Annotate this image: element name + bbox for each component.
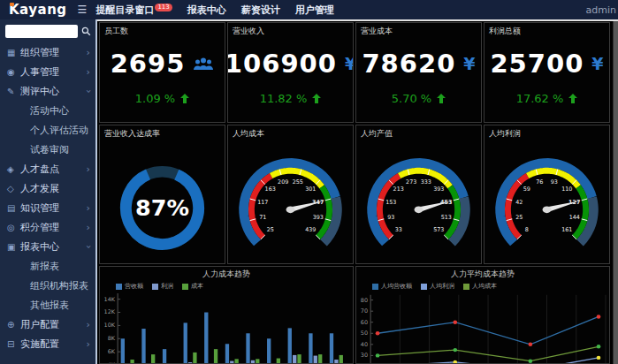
sidebar-item-talent-development[interactable]: ◇人才发展	[0, 178, 95, 198]
kpi-change: 11.82 %	[260, 92, 308, 105]
sidebar-item-points[interactable]: ◎积分管理›	[0, 217, 95, 237]
username[interactable]: admin	[586, 4, 616, 16]
dashboard-grid: 员工数 2695 1.09 % 营业收入 106900	[99, 22, 610, 364]
dashboard-content: 员工数 2695 1.09 % 营业收入 106900	[97, 19, 618, 364]
sidebar-item-other-reports[interactable]: 其他报表	[0, 295, 95, 315]
sidebar-item-exam-review[interactable]: 试卷审阅	[0, 140, 95, 159]
chevron-right-icon: ›	[87, 47, 90, 58]
sidebar-item-implementation-config[interactable]: ⊟实施配置›	[0, 334, 95, 353]
kpi-change: 1.09 %	[135, 92, 175, 105]
legend-item-revenue[interactable]: 营收额	[116, 282, 143, 291]
search-icon[interactable]	[81, 26, 91, 37]
svg-text:60: 60	[361, 319, 368, 326]
svg-text:163: 163	[265, 186, 276, 192]
sidebar-menu: ▦组织管理›◉人事管理›✎测评中心›活动中心个人评估活动试卷审阅◈人才盘点›◇人…	[0, 42, 95, 353]
bar-chart-card: 人力成本趋势 营收额 利润 成本 14K12K10K8K6K4K	[99, 266, 354, 364]
gauge-title: 人均成本	[228, 125, 353, 140]
chevron-right-icon: ›	[87, 222, 90, 233]
kpi-value: 106900	[227, 49, 337, 79]
sidebar-item-label: 试卷审阅	[30, 143, 69, 156]
svg-text:8: 8	[525, 226, 529, 232]
sidebar-item-knowledge[interactable]: ▤知识管理›	[0, 198, 95, 217]
points-icon: ◎	[7, 223, 20, 232]
notification-badge: 113	[155, 4, 172, 11]
svg-text:93: 93	[551, 178, 558, 185]
sidebar-item-label: 活动中心	[30, 104, 69, 118]
logo-flame-icon	[10, 3, 14, 6]
legend-item-profit[interactable]: 利润	[152, 282, 173, 291]
person-icon: ◉	[7, 67, 20, 77]
legend-item-profit-per-capita[interactable]: 人均利润	[421, 282, 454, 291]
svg-text:161: 161	[561, 226, 572, 232]
svg-text:25: 25	[267, 226, 274, 232]
svg-text:71: 71	[259, 214, 266, 220]
gauge-card-cost-per-capita: 人均成本 2571117163209255301347393439	[227, 125, 354, 264]
svg-text:10K: 10K	[104, 322, 116, 329]
svg-text:117: 117	[257, 199, 268, 205]
gauge-card-profit-per-capita: 人均利润 82542597693110127144161	[484, 125, 610, 264]
content-scrollbar[interactable]	[613, 21, 618, 364]
kpi-card-revenue: 营业收入 106900 ¥ 11.82 %	[227, 22, 354, 123]
kpi-value: 2695	[111, 49, 186, 79]
chevron-right-icon: ›	[87, 338, 90, 350]
kpi-card-employees: 员工数 2695 1.09 %	[99, 22, 225, 123]
sidebar-item-label: 报表中心	[20, 240, 59, 254]
svg-text:439: 439	[305, 226, 316, 232]
yuan-icon: ¥	[345, 54, 354, 73]
chevron-right-icon: ›	[87, 163, 90, 175]
sidebar-item-evaluation-center[interactable]: ✎测评中心›	[0, 81, 95, 101]
sidebar-item-activity-center[interactable]: 活动中心	[0, 101, 95, 120]
app-logo[interactable]: Kayang	[0, 2, 74, 18]
nav-item-user-management[interactable]: 用户管理	[295, 4, 334, 17]
sidebar-item-report-center[interactable]: ▣报表中心›	[0, 237, 95, 256]
up-arrow-icon	[312, 94, 321, 103]
gauge-card-output-per-capita: 人均产值 3393153213273333393453513573	[355, 125, 482, 264]
svg-text:393: 393	[433, 186, 444, 192]
donut-card: 营业收入达成率 87%	[99, 125, 225, 264]
chevron-right-icon: ›	[87, 319, 90, 330]
sidebar-item-new-report[interactable]: 新报表	[0, 256, 95, 276]
svg-text:393: 393	[313, 214, 324, 220]
legend-item-cost[interactable]: 成本	[182, 282, 203, 291]
yuan-icon: ¥	[463, 54, 475, 73]
line-chart-svg: 807060504030	[356, 291, 609, 364]
legend-item-cost-per-capita[interactable]: 人均成本	[463, 282, 497, 291]
sidebar-item-org-reports[interactable]: 组织机构报表	[0, 276, 95, 295]
legend-item-revenue-per-capita[interactable]: 人均营收额	[372, 282, 412, 291]
sidebar-item-org[interactable]: ▦组织管理›	[0, 42, 95, 62]
nav-item-report-center[interactable]: 报表中心	[187, 4, 226, 17]
svg-text:144: 144	[569, 214, 580, 220]
svg-text:93: 93	[387, 214, 394, 220]
navbar-menu: 提醒目录窗口113 报表中心 薪资设计 用户管理	[95, 4, 333, 17]
svg-text:255: 255	[293, 178, 303, 185]
kpi-title: 营业成本	[356, 23, 481, 37]
donut-gauge: 87%	[100, 140, 225, 264]
kpi-change: 5.70 %	[392, 92, 431, 105]
gauge-chart: 2571117163209255301347393439	[228, 140, 353, 264]
nav-item-salary-design[interactable]: 薪资设计	[241, 4, 280, 17]
sidebar-item-label: 人才盘点	[20, 163, 59, 176]
sidebar-item-hr[interactable]: ◉人事管理›	[0, 62, 95, 81]
sidebar-item-label: 积分管理	[20, 221, 59, 234]
sidebar: ▦组织管理›◉人事管理›✎测评中心›活动中心个人评估活动试卷审阅◈人才盘点›◇人…	[0, 19, 97, 364]
bar-chart-title: 人力成本趋势	[100, 267, 353, 280]
sidebar-item-talent-inventory[interactable]: ◈人才盘点›	[0, 159, 95, 178]
sidebar-item-label: 新报表	[30, 260, 59, 273]
svg-text:110: 110	[561, 186, 572, 192]
svg-text:6K: 6K	[108, 348, 116, 355]
sidebar-search-input[interactable]	[5, 25, 78, 38]
svg-text:33: 33	[395, 226, 402, 232]
sidebar-item-label: 用户配置	[20, 318, 59, 331]
svg-text:513: 513	[441, 214, 452, 220]
svg-text:59: 59	[523, 186, 530, 192]
chevron-down-icon: ›	[82, 89, 94, 93]
line-chart-legend: 人均营收额 人均利润 人均成本	[356, 280, 609, 291]
top-navbar: Kayang ☰ 提醒目录窗口113 报表中心 薪资设计 用户管理 admin	[0, 0, 618, 19]
sidebar-item-personal-evaluation[interactable]: 个人评估活动	[0, 120, 95, 140]
svg-text:87%: 87%	[135, 194, 189, 221]
hamburger-icon[interactable]: ☰	[78, 4, 88, 16]
nav-item-reminder[interactable]: 提醒目录窗口113	[95, 4, 172, 17]
svg-text:12K: 12K	[104, 309, 116, 316]
sidebar-item-user-config[interactable]: ⊕用户配置›	[0, 315, 95, 334]
gauge-chart: 82542597693110127144161	[484, 140, 609, 264]
